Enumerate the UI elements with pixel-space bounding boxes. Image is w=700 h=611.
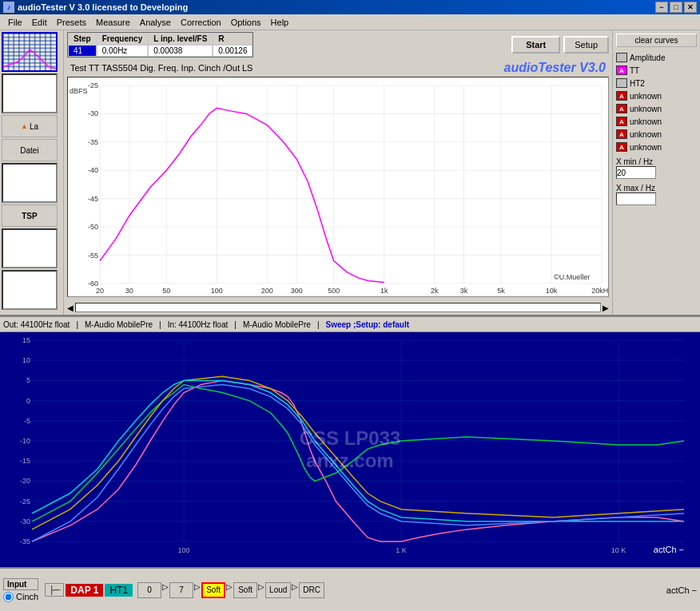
- pipe-seg-0[interactable]: 0: [137, 582, 161, 598]
- pipe-seg-loud[interactable]: Loud: [265, 582, 291, 598]
- left-sidebar: ▲ La Datei TSP: [0, 30, 64, 315]
- freq-chart: [67, 77, 609, 297]
- legend-unknown1-color: A: [616, 91, 627, 101]
- ht-label: HT1: [105, 584, 133, 597]
- top-section: ▲ La Datei TSP: [0, 30, 700, 316]
- bottom-status-bar: Out: 44100Hz float | M-Audio MobilePre |…: [0, 316, 700, 332]
- menu-presets[interactable]: Presets: [52, 16, 91, 29]
- freq-value: 0.00Hz: [97, 45, 149, 57]
- status-sep2: |: [159, 320, 161, 329]
- pipe-seg-drc[interactable]: DRC: [299, 582, 324, 598]
- status-out: Out: 44100Hz float: [3, 320, 70, 329]
- r-value: 0.00126: [213, 45, 253, 57]
- label-panel-datei[interactable]: Datei: [2, 139, 58, 161]
- pipe-seg-7[interactable]: 7: [169, 582, 193, 598]
- minimize-button[interactable]: −: [655, 2, 668, 13]
- linp-value: 0.00038: [148, 45, 213, 57]
- status-sep1: |: [76, 320, 78, 329]
- cinch-radio-row: Cinch: [3, 592, 38, 602]
- label-panel-tsp[interactable]: TSP: [2, 204, 58, 227]
- bottom-section: Out: 44100Hz float | M-Audio MobilePre |…: [0, 316, 700, 611]
- legend-unknown-1: A unknown: [616, 91, 697, 101]
- status-indev: M-Audio MobilePre: [243, 320, 311, 329]
- xmin-input[interactable]: [616, 166, 656, 179]
- legend-unknown4-label: unknown: [630, 130, 662, 139]
- legend-tt: A TT: [616, 65, 697, 75]
- cinch-radio[interactable]: [3, 592, 14, 602]
- setup-button[interactable]: Setup: [563, 36, 609, 54]
- bottom-input-section: Input Cinch ├─ DAP 1 HT1 0 ▷ 7 ▷ Soft ▷: [0, 567, 700, 611]
- title-bar: ♪ audioTester V 3.0 licensed to Developi…: [0, 0, 700, 14]
- legend-tt-color: A: [616, 65, 627, 75]
- main-container: ▲ La Datei TSP: [0, 30, 700, 611]
- pipeline-box: ├─ DAP 1 HT1 0 ▷ 7 ▷ Soft ▷ Soft ▷ Loud …: [45, 582, 324, 598]
- thumb-1[interactable]: [2, 32, 58, 72]
- chart-header: Test TT TAS5504 Dig. Freq. Inp. Cinch /O…: [64, 59, 612, 77]
- thumb-4[interactable]: [2, 228, 58, 268]
- xmin-label: X min / Hz: [616, 157, 697, 166]
- dap-label: DAP 1: [66, 584, 103, 597]
- menu-analyse[interactable]: Analyse: [135, 16, 176, 29]
- input-group-label: Input: [3, 578, 38, 590]
- legend-amplitude-label: Amplitude: [630, 54, 665, 62]
- step-info: Step Frequency L inp. level/FS R 41 0.00…: [67, 32, 253, 58]
- xmax-input[interactable]: [616, 192, 656, 205]
- menu-options[interactable]: Options: [226, 16, 266, 29]
- menu-file[interactable]: File: [3, 16, 27, 29]
- linp-header: L inp. level/FS: [148, 33, 213, 45]
- maximize-button[interactable]: □: [670, 2, 682, 13]
- pipe-seg-soft1[interactable]: Soft: [201, 582, 225, 598]
- legend-ht2-color: [616, 78, 627, 88]
- legend-amplitude: Amplitude: [616, 53, 697, 62]
- legend-ht2-label: HT2: [630, 79, 645, 88]
- chart-container: Step Frequency L inp. level/FS R 41 0.00…: [64, 30, 612, 315]
- legend-unknown1-label: unknown: [630, 92, 662, 101]
- actch-label-bottom: actCh −: [666, 585, 697, 595]
- xmax-label: X max / Hz: [616, 184, 697, 192]
- thumb-5[interactable]: [2, 270, 58, 310]
- cinch-label: Cinch: [16, 592, 38, 601]
- step-header: Step: [68, 33, 97, 45]
- clear-curves-button[interactable]: clear curves: [616, 34, 697, 47]
- control-buttons: Start Setup: [511, 36, 609, 54]
- right-panel: clear curves Amplitude A TT HT2 A unknow…: [612, 30, 700, 315]
- legend-unknown-2: A unknown: [616, 104, 697, 113]
- label-panel-la[interactable]: ▲ La: [2, 115, 58, 137]
- legend-unknown4-color: A: [616, 129, 627, 139]
- step-value: 41: [68, 45, 97, 57]
- freq-header: Frequency: [97, 33, 149, 45]
- input-group: Input Cinch: [3, 578, 38, 602]
- app-icon: ♪: [3, 2, 14, 13]
- legend-unknown-5: A unknown: [616, 142, 697, 152]
- legend-unknown2-label: unknown: [630, 105, 662, 113]
- start-button[interactable]: Start: [511, 36, 560, 54]
- close-button[interactable]: ✕: [684, 2, 697, 13]
- legend-amplitude-color: [616, 53, 627, 62]
- menu-edit[interactable]: Edit: [27, 16, 52, 29]
- menu-measure[interactable]: Measure: [91, 16, 135, 29]
- pipe-seg-soft2[interactable]: Soft: [233, 582, 257, 598]
- window-title: audioTester V 3.0 licensed to Developing: [18, 2, 188, 12]
- status-sep4: |: [317, 320, 320, 329]
- status-sweep: Sweep ;Setup: default: [326, 320, 409, 329]
- legend-unknown-4: A unknown: [616, 129, 697, 139]
- legend-unknown3-label: unknown: [630, 117, 662, 126]
- legend-ht2: HT2: [616, 78, 697, 88]
- osc-display: CSS LP033anxz.com: [0, 332, 700, 567]
- scroll-right-icon[interactable]: ▶: [603, 304, 609, 312]
- legend-unknown3-color: A: [616, 117, 627, 126]
- scroll-left-icon[interactable]: ◀: [67, 304, 74, 312]
- thumb-3[interactable]: [2, 163, 58, 203]
- legend-unknown-3: A unknown: [616, 117, 697, 126]
- status-sep3: |: [234, 320, 237, 329]
- menu-bar: File Edit Presets Measure Analyse Correc…: [0, 14, 700, 30]
- legend-unknown5-color: A: [616, 142, 627, 152]
- xmax-section: X max / Hz: [616, 184, 697, 205]
- xmin-section: X min / Hz: [616, 157, 697, 179]
- step-bar: Step Frequency L inp. level/FS R 41 0.00…: [64, 30, 612, 59]
- thumb-2[interactable]: [2, 73, 58, 113]
- menu-help[interactable]: Help: [266, 16, 294, 29]
- r-header: R: [213, 33, 253, 45]
- menu-correction[interactable]: Correction: [176, 16, 226, 29]
- legend-tt-label: TT: [630, 66, 639, 75]
